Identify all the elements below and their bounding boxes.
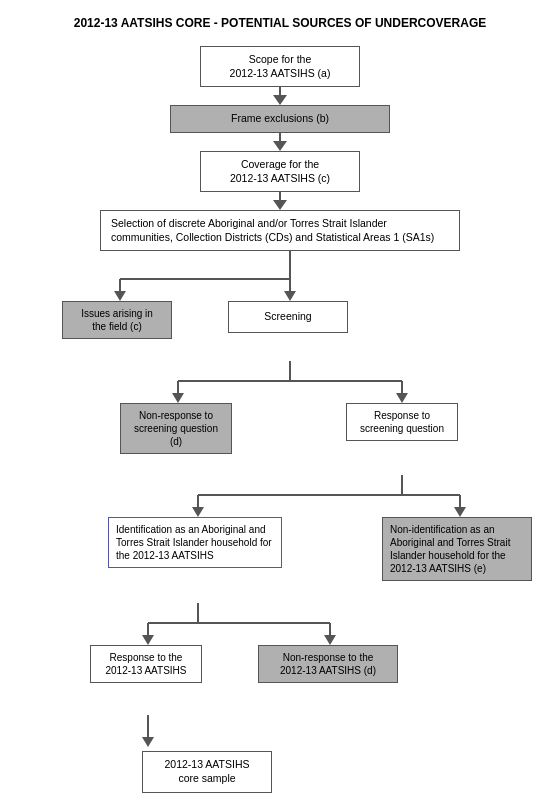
page-title: 2012-13 AATSIHS CORE - POTENTIAL SOURCES… bbox=[20, 16, 540, 30]
svg-marker-3 bbox=[114, 291, 126, 301]
identification-label: Identification as an Aboriginal and Torr… bbox=[116, 524, 272, 561]
coverage-box: Coverage for the2012-13 AATSIHS (c) bbox=[200, 151, 360, 192]
issues-field-box: Issues arising inthe field (c) bbox=[62, 301, 172, 339]
arrow-core-svg bbox=[20, 715, 540, 751]
flowchart: Scope for the2012-13 AATSIHS (a) Frame e… bbox=[20, 46, 540, 793]
non-identification-box: Non-identification as an Aboriginal and … bbox=[382, 517, 532, 581]
non-response-screening-box: Non-response toscreening question(d) bbox=[120, 403, 232, 454]
selection-box: Selection of discrete Aboriginal and/or … bbox=[100, 210, 460, 251]
response-aatsihs-label: Response to the2012-13 AATSIHS bbox=[106, 652, 187, 676]
screening-label: Screening bbox=[264, 310, 311, 322]
svg-marker-12 bbox=[396, 393, 408, 403]
frame-exclusions-label: Frame exclusions (b) bbox=[231, 112, 329, 124]
svg-marker-5 bbox=[284, 291, 296, 301]
svg-marker-16 bbox=[192, 507, 204, 517]
scope-box: Scope for the2012-13 AATSIHS (a) bbox=[200, 46, 360, 87]
branch-svg-2 bbox=[20, 361, 540, 471]
non-response-screening-label: Non-response toscreening question(d) bbox=[134, 410, 218, 447]
scope-label: Scope for the2012-13 AATSIHS (a) bbox=[230, 53, 331, 79]
core-sample-box: 2012-13 AATSIHScore sample bbox=[142, 751, 272, 792]
svg-marker-28 bbox=[142, 737, 154, 747]
svg-marker-26 bbox=[324, 635, 336, 645]
issues-field-label: Issues arising inthe field (c) bbox=[81, 308, 153, 332]
coverage-label: Coverage for the2012-13 AATSIHS (c) bbox=[230, 158, 330, 184]
non-response-aatsihs-box: Non-response to the2012-13 AATSIHS (d) bbox=[258, 645, 398, 683]
response-screening-box: Response toscreening question bbox=[346, 403, 458, 441]
frame-exclusions-box: Frame exclusions (b) bbox=[170, 105, 390, 133]
non-response-aatsihs-label: Non-response to the2012-13 AATSIHS (d) bbox=[280, 652, 376, 676]
svg-marker-23 bbox=[142, 635, 154, 645]
identification-box: Identification as an Aboriginal and Torr… bbox=[108, 517, 282, 568]
svg-marker-19 bbox=[454, 507, 466, 517]
selection-label: Selection of discrete Aboriginal and/or … bbox=[111, 217, 434, 243]
response-screening-label: Response toscreening question bbox=[360, 410, 444, 434]
non-identification-label: Non-identification as an Aboriginal and … bbox=[390, 524, 510, 574]
response-aatsihs-box: Response to the2012-13 AATSIHS bbox=[90, 645, 202, 683]
svg-marker-9 bbox=[172, 393, 184, 403]
core-sample-label: 2012-13 AATSIHScore sample bbox=[164, 758, 249, 784]
screening-box: Screening bbox=[228, 301, 348, 333]
page: 2012-13 AATSIHS CORE - POTENTIAL SOURCES… bbox=[0, 0, 560, 809]
